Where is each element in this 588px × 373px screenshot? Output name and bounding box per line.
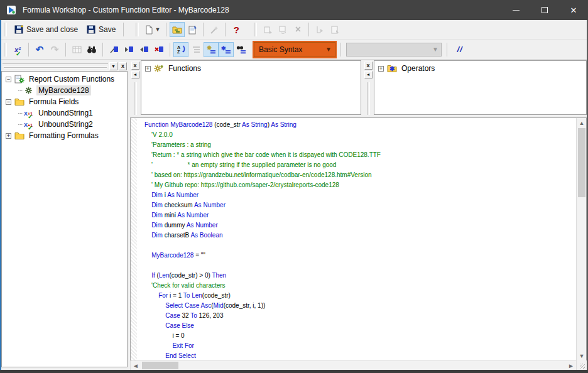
code-line: Select Case Asc(Mid(code_str, i, 1)) [144,301,576,311]
toolbar-grip[interactable] [4,23,7,36]
resize-grip[interactable] [577,360,587,370]
find-button[interactable] [84,42,99,57]
function-tree-button[interactable] [204,42,219,57]
field-tree-button[interactable] [188,42,204,57]
bookmark-next-button[interactable] [121,42,136,57]
operators-close-button[interactable]: x [364,62,373,70]
delete-button[interactable]: × [290,22,305,37]
maximize-button[interactable] [530,0,559,20]
code-line: 'Parameters : a string [144,140,576,150]
tree-item-label: UnboundString1 [36,108,95,118]
scroll-right-icon[interactable]: ► [566,362,576,369]
minimize-button[interactable] [501,0,530,20]
scroll-up-icon[interactable]: ▲ [577,118,587,127]
scroll-left-icon[interactable]: ◄ [131,362,141,369]
help-button[interactable]: ? [229,22,244,37]
vertical-scrollbar[interactable]: ▲ ▼ [576,118,586,360]
tree-item-formatting formulas[interactable]: +Formatting Formulas [2,130,127,141]
tree-item-label: UnboundString2 [36,119,95,129]
save-and-close-label: Save and close [26,25,78,34]
expand-node-button[interactable] [312,22,327,37]
toolbar-grip[interactable] [4,43,7,57]
toolbar-grip[interactable] [254,23,257,36]
code-editor-panel: Function MyBarcode128 (code_str As Strin… [130,117,587,360]
tree-item-functions[interactable]: +Functions [141,63,361,74]
check-syntax-button[interactable]: x²✓ [10,42,25,57]
code-line: Dim dummy As Number [144,220,576,230]
code-line: 'V 2.0.0 [144,130,576,140]
tree-connector [18,90,23,91]
tree-connector [18,113,23,114]
horizontal-scrollbar[interactable]: ◄ ► [130,360,577,370]
collapse-icon[interactable]: − [6,99,11,105]
operator-tree-button[interactable]: ✱ [219,42,234,57]
workshop-tree-menu-button[interactable]: ▼ [109,62,117,70]
workshop-tree-toggle-button[interactable] [170,22,185,37]
expand-icon[interactable]: + [6,133,11,139]
chevron-down-icon: ▼ [322,46,335,53]
selection-margin[interactable] [131,118,137,360]
title-bar: Formula Workshop - Custom Function Edito… [0,0,588,20]
tree-item-label: MyBarcode128 [36,85,91,95]
browse-data-button[interactable] [69,42,84,57]
functions-grip[interactable] [134,82,137,115]
add-from-repository-button[interactable] [275,22,290,37]
workshop-tree-grip[interactable]: ▼ x [3,62,127,70]
function-tree-icon [206,45,216,54]
redo-button[interactable]: ↷ [47,42,62,57]
functions-collapse-button[interactable]: ◄ [131,71,139,79]
close-button[interactable]: ✕ [559,0,588,20]
repository-open-icon [278,25,288,35]
tree-item-unboundstring1[interactable]: X+1✓UnboundString1 [2,107,127,119]
repository-add-icon [263,25,273,35]
tree-item-label: Operators [400,63,437,73]
editor-toolbar: x²✓ ↶ ↷ [0,40,588,60]
new-document-icon [144,25,153,35]
new-document-button[interactable]: ▼ [142,22,163,37]
tree-item-operators[interactable]: +✱Operators [374,63,586,74]
tree-item-report custom functions[interactable]: −Report Custom Functions [2,73,127,85]
tree-item-mybarcode128[interactable]: MyBarcode128 [2,85,127,96]
tree-item-formula fields[interactable]: −Formula Fields [2,96,127,107]
formula-workshop-window: Formula Workshop - Custom Function Edito… [0,0,588,373]
tree-item-unboundstring2[interactable]: X+1✓UnboundString2 [2,119,127,130]
operators-collapse-button[interactable]: ◄ [364,71,373,79]
properties-button[interactable] [185,22,200,37]
save-button[interactable]: Save [82,22,120,37]
op-folder-icon: ✱ [387,64,397,73]
workshop-tree: −Report Custom FunctionsMyBarcode128−For… [2,72,127,141]
scroll-down-icon[interactable]: ▼ [577,351,587,360]
workshop-tree-panel: −Report Custom FunctionsMyBarcode128−For… [1,71,128,367]
expand-node-icon [315,25,325,35]
collapse-icon[interactable]: − [6,77,11,82]
save-and-close-button[interactable]: Save and close [10,22,82,37]
syntax-selector[interactable]: Basic Syntax ▼ [254,42,335,57]
folder-icon [14,131,24,140]
save-label: Save [99,25,116,34]
bookmark-toggle-button[interactable] [106,42,121,57]
use-expert-button[interactable] [207,22,222,37]
horizontal-scroll-thumb[interactable] [142,362,178,369]
vertical-scroll-thumb[interactable] [578,128,585,197]
bookmark-clear-button[interactable] [151,42,166,57]
undo-icon: ↶ [36,44,44,55]
expand-icon[interactable]: + [378,66,384,72]
bookmark-previous-button[interactable] [136,42,151,57]
operators-grip[interactable] [367,82,370,115]
save-icon [87,25,95,34]
comment-uncomment-button[interactable]: // [452,42,467,57]
toolbar-grip[interactable] [136,23,139,36]
binoculars-icon [87,45,97,54]
expand-icon[interactable]: + [145,66,151,72]
add-to-repository-button[interactable] [260,22,275,37]
undo-button[interactable]: ↶ [32,42,47,57]
main-toolbar: Save and close Save ▼ [0,20,588,40]
workshop-tree-close-button[interactable]: x [119,62,127,70]
code-editor[interactable]: Function MyBarcode128 (code_str As Strin… [137,118,576,360]
functions-close-button[interactable]: x [131,62,139,70]
find-in-tree-button[interactable] [234,42,249,57]
show-formatting-formulas-button[interactable] [327,22,342,37]
zoom-selector[interactable]: ▼ [346,43,442,57]
sort-trees-button[interactable]: AZ [173,42,188,57]
operators-panel-strip: x ◄ [363,61,373,115]
